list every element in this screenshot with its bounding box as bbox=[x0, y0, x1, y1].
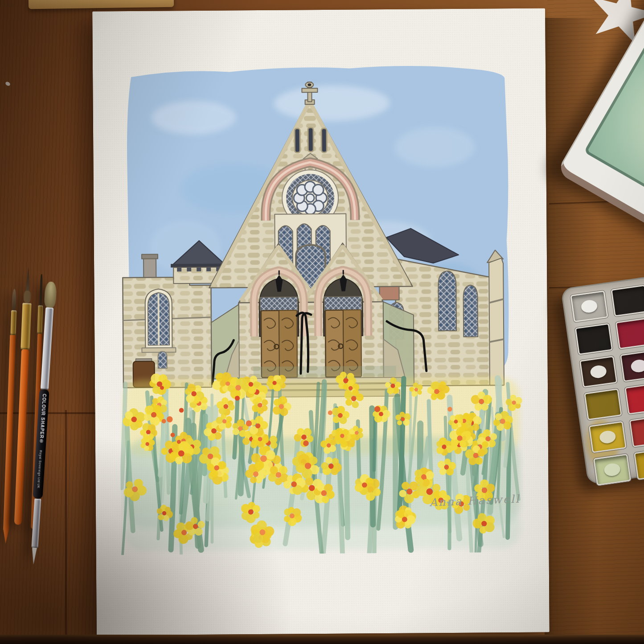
paint-pan bbox=[593, 454, 632, 486]
paint-blob bbox=[580, 299, 598, 314]
brush-ferrule bbox=[31, 499, 41, 548]
paint-pan bbox=[624, 382, 644, 414]
paint-blob bbox=[599, 430, 617, 444]
shaper-rubber-tip bbox=[31, 547, 37, 565]
paint-pan bbox=[579, 356, 618, 388]
brush-ferrule bbox=[10, 310, 16, 335]
plank-seam bbox=[65, 410, 67, 644]
paint-blob bbox=[630, 359, 644, 373]
daffodil-field bbox=[121, 370, 524, 555]
paint-pan bbox=[611, 285, 644, 317]
gothic-window bbox=[463, 285, 478, 337]
brush-bristles bbox=[44, 281, 57, 308]
brush-bristles bbox=[12, 289, 16, 310]
gable-vent bbox=[308, 127, 313, 152]
brush-bristles bbox=[26, 267, 30, 291]
paint-pan bbox=[620, 350, 644, 382]
brush-bristles bbox=[40, 274, 43, 305]
paint-pan bbox=[629, 415, 644, 447]
paint-pan bbox=[615, 317, 644, 349]
finial-cross bbox=[302, 88, 317, 92]
table-edge-strip bbox=[0, 635, 644, 644]
gable-vent bbox=[295, 128, 300, 152]
paint-blob bbox=[590, 365, 607, 379]
paint-pan bbox=[584, 388, 622, 420]
photo-scene: Anna Haswell COLOUR SHAPER®Royal Soverei… bbox=[0, 0, 644, 644]
paint-pan bbox=[588, 421, 627, 453]
paint-pan bbox=[634, 448, 644, 480]
paint-pan bbox=[574, 323, 613, 355]
watercolour-paper: Anna Haswell bbox=[92, 8, 550, 635]
paint-pan bbox=[570, 290, 608, 322]
small-window bbox=[158, 351, 167, 368]
brush-bristles bbox=[24, 291, 31, 304]
paint-blob bbox=[603, 462, 621, 477]
gothic-window bbox=[438, 271, 456, 331]
gable-vent bbox=[321, 128, 327, 152]
buttress bbox=[489, 258, 504, 385]
church-painting: Anna Haswell bbox=[118, 53, 525, 555]
